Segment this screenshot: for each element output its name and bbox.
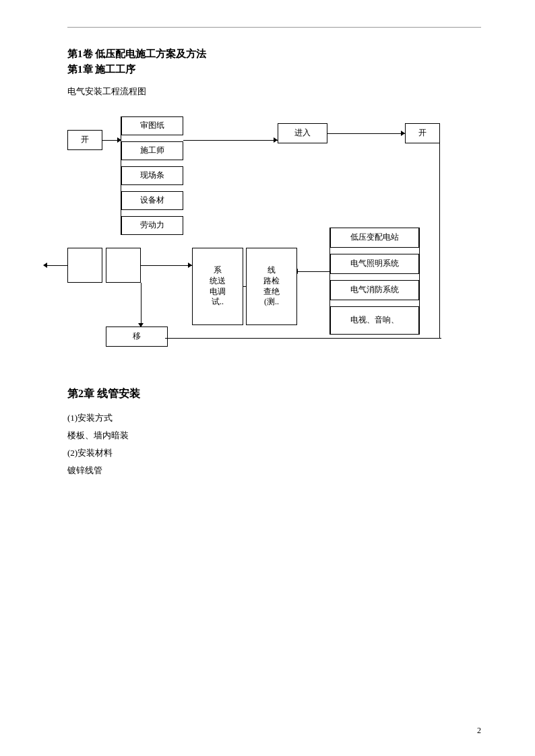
box-laodong: 劳动力 [121,216,183,235]
box-dianzhao: 电气照明系统 [330,254,419,274]
box-shenji: 审图纸 [121,116,183,135]
chapter1-title: 第1章 施工工序 [67,63,481,76]
box-kai2: 开 [405,123,440,143]
arrow-group-to-jinjin [183,140,278,141]
chapter2: 第2章 线管安装 (1)安装方式 楼板、墙内暗装 (2)安装材料 镀锌线管 [67,387,481,477]
vert-right-boxes-r [419,228,420,335]
page-number: 2 [477,726,481,736]
box-xianlu: 线路检查绝(测.. [246,248,297,325]
box-shigong: 施工师 [121,141,183,160]
chapter2-item-0: (1)安装方式 [67,412,481,424]
arrowhead7 [138,323,144,327]
box-xianchang: 现场条 [121,166,183,185]
vert-to-yi [141,283,141,327]
volume-title: 第1卷 低压配电施工方案及方法 [67,48,481,61]
box-left2 [106,248,141,283]
arrow-bottom-connect [165,338,441,339]
arrowhead5 [188,263,192,268]
box-xitong: 系统送电调试.. [192,248,243,325]
top-divider [67,27,481,28]
arrow-jinjin-to-kai2 [327,133,405,134]
chapter2-title: 第2章 线管安装 [67,387,481,401]
flowchart: 开 审图纸 施工师 现场条 设备材 劳动力 进入 开 低压变配电站 电气照明系统… [67,104,458,353]
arrow-out-left [47,265,67,266]
box-shebei: 设备材 [121,191,183,210]
box-kai1: 开 [67,130,102,150]
box-jinjin: 进入 [278,123,327,143]
box-xiaofang: 电气消防系统 [330,280,419,300]
box-yi: 移 [106,327,168,347]
box-dipei: 低压变配电站 [330,228,419,248]
arrow-right-to-xianlu [298,271,330,272]
arrow-left2-xitong [141,265,192,266]
box-dianyinyin: 电视、音响、 [330,306,419,335]
arrowhead6 [43,263,47,268]
vert-right-boxes [329,228,330,335]
arrow-xitong-xianlu [243,286,246,287]
chapter2-item-1: 楼板、墙内暗装 [67,429,481,442]
diagram-label: 电气安装工程流程图 [67,85,481,98]
vert-right-down [439,123,440,339]
box-left1 [67,248,102,283]
chapter2-item-2: (2)安装材料 [67,447,481,459]
chapter2-item-3: 镀锌线管 [67,465,481,477]
vert-left [121,116,121,235]
